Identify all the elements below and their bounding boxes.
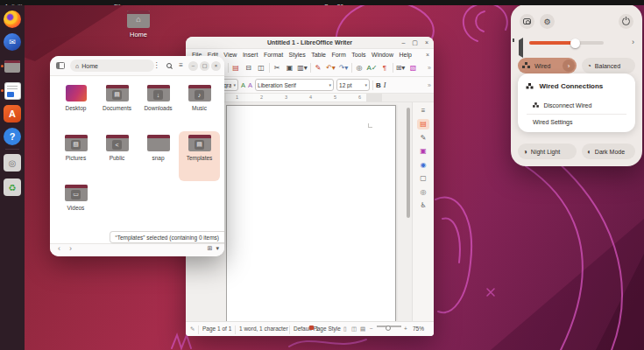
menu-insert[interactable]: Insert: [243, 52, 258, 58]
document-page[interactable]: [226, 105, 396, 321]
spelling-icon[interactable]: A✓: [367, 64, 378, 72]
undo-icon[interactable]: ↶▾: [326, 64, 336, 72]
redo-icon[interactable]: ↷▾: [338, 64, 349, 72]
folder-templates-selected[interactable]: ▤ Templates: [179, 131, 220, 181]
status-tray-icons[interactable]: ▪ ▪ ▪: [627, 0, 637, 5]
location-pill[interactable]: ⌂ Home: [70, 60, 154, 72]
bold-button[interactable]: B: [376, 81, 381, 89]
clone-formatting-icon[interactable]: ✎: [313, 64, 323, 72]
folder-desktop[interactable]: Desktop: [55, 81, 96, 131]
dock-app-center[interactable]: A: [4, 105, 21, 122]
folder-videos[interactable]: ▭ Videos: [55, 181, 96, 231]
screenshot-button[interactable]: [520, 14, 534, 29]
volume-slider[interactable]: [529, 41, 604, 45]
menu-help[interactable]: Help: [399, 52, 411, 58]
folder-music[interactable]: ♪ Music: [179, 81, 220, 131]
scrollbar-thumb[interactable]: [407, 108, 410, 218]
menu-view[interactable]: View: [223, 52, 237, 58]
properties-icon[interactable]: ▤: [417, 119, 429, 130]
formatbar-overflow-button[interactable]: »: [428, 82, 431, 88]
gallery-icon[interactable]: ▣: [417, 146, 429, 157]
print-preview-icon[interactable]: ◫: [256, 64, 266, 72]
dock-trash[interactable]: ♻: [4, 178, 21, 196]
view-multi-page-button[interactable]: ◫: [351, 326, 357, 332]
font-name-combo[interactable]: Liberation Serif ▾: [255, 79, 334, 91]
accessibility-check-icon[interactable]: ♿: [417, 200, 429, 211]
insert-image-icon[interactable]: ▧: [408, 64, 419, 72]
folder-snap[interactable]: snap: [138, 131, 179, 181]
page-icon[interactable]: ▢: [417, 173, 429, 184]
menu-styles[interactable]: Styles: [289, 52, 306, 58]
main-menu-button[interactable]: ≡: [174, 59, 188, 72]
dock-files[interactable]: [4, 58, 21, 75]
power-button[interactable]: [619, 14, 633, 29]
menu-format[interactable]: Format: [264, 52, 283, 58]
focused-app-menu[interactable]: Files: [114, 0, 127, 5]
document-scrollbar[interactable]: [407, 106, 410, 318]
copy-icon[interactable]: ▣: [285, 64, 295, 72]
sidebar-toggle-icon[interactable]: [56, 62, 65, 69]
back-button[interactable]: ‹: [58, 244, 60, 253]
font-size-combo[interactable]: 12 pt ▾: [336, 79, 370, 91]
writer-titlebar[interactable]: Untitled 1 - LibreOffice Writer – ▢ ×: [186, 37, 434, 49]
settings-button[interactable]: ⚙: [540, 14, 555, 29]
wired-settings-item[interactable]: Wired Settings: [533, 119, 573, 125]
new-style-icon[interactable]: A: [248, 81, 252, 89]
clock[interactable]: Sep 20: [324, 0, 343, 5]
forward-button[interactable]: ›: [69, 244, 72, 253]
desktop-home-icon[interactable]: ⌂ Home: [121, 10, 156, 38]
night-light-toggle[interactable]: ◑ Night Light: [518, 144, 577, 159]
minimize-button[interactable]: –: [188, 61, 198, 71]
styles-icon[interactable]: ✎: [417, 132, 429, 143]
menu-tools[interactable]: Tools: [351, 52, 365, 58]
insert-table-icon[interactable]: ⊞▾: [395, 64, 406, 72]
zoom-in-button[interactable]: +: [404, 326, 407, 332]
wired-toggle[interactable]: Wired ›: [518, 58, 577, 74]
menu-form[interactable]: Form: [331, 52, 345, 58]
zoom-out-button[interactable]: −: [370, 326, 373, 332]
print-icon[interactable]: ⊟: [244, 64, 254, 72]
dark-mode-toggle[interactable]: ◐ Dark Mode: [582, 144, 635, 159]
navigator-icon[interactable]: ◉: [417, 159, 429, 170]
folder-downloads[interactable]: ↓ Downloads: [138, 81, 179, 131]
dock-help[interactable]: ?: [4, 128, 21, 145]
view-single-page-button[interactable]: ▯: [343, 326, 347, 332]
view-book-button[interactable]: ▤: [360, 326, 365, 332]
menu-table[interactable]: Table: [311, 52, 326, 58]
view-caret-icon[interactable]: ▾: [216, 245, 219, 252]
search-button[interactable]: [162, 59, 175, 72]
activities-button[interactable]: Activities: [4, 0, 29, 5]
disconnect-wired-item[interactable]: Disconnect Wired: [533, 102, 591, 108]
close-button[interactable]: ×: [211, 61, 221, 71]
toolbar-overflow-button[interactable]: »: [428, 65, 431, 71]
close-document-button[interactable]: ×: [426, 52, 429, 58]
volume-slider-handle[interactable]: [570, 38, 580, 48]
files-headerbar[interactable]: ⌂ Home ⋮ ≡ – ▢ ×: [50, 56, 224, 76]
maximize-button[interactable]: ▢: [412, 39, 418, 46]
folder-documents[interactable]: ▤ Documents: [96, 81, 138, 131]
menu-window[interactable]: Window: [372, 52, 393, 58]
dock-firefox[interactable]: [4, 10, 21, 28]
grid-view-icon[interactable]: ⊞: [208, 245, 213, 252]
export-pdf-icon[interactable]: ▤: [230, 64, 241, 72]
status-indicator-count[interactable]: 1: [315, 326, 319, 332]
edit-mode-icon[interactable]: ✎: [190, 326, 195, 332]
status-page-count[interactable]: Page 1 of 1: [202, 326, 231, 332]
cut-icon[interactable]: ✂: [272, 64, 282, 72]
wired-expand-chevron[interactable]: ›: [563, 60, 575, 72]
power-profile-toggle[interactable]: ◔ Balanced: [582, 58, 635, 74]
italic-button[interactable]: I: [384, 81, 386, 89]
maximize-button[interactable]: ▢: [200, 61, 209, 71]
find-replace-icon[interactable]: ◎: [354, 64, 364, 72]
dock-disks[interactable]: ◎: [4, 154, 21, 172]
audio-output-chevron[interactable]: ›: [632, 38, 634, 46]
close-button[interactable]: ×: [425, 39, 428, 46]
zoom-percent[interactable]: 75%: [413, 326, 424, 332]
minimize-button[interactable]: –: [401, 39, 405, 46]
zoom-slider-handle[interactable]: [386, 326, 391, 331]
dock-thunderbird[interactable]: ✉: [4, 33, 21, 51]
style-inspector-icon[interactable]: ◎: [417, 186, 429, 197]
view-options-kebab[interactable]: ⋮: [150, 59, 163, 72]
paste-icon[interactable]: ▥▾: [297, 64, 308, 72]
status-word-count[interactable]: 1 word, 1 character: [239, 326, 288, 332]
